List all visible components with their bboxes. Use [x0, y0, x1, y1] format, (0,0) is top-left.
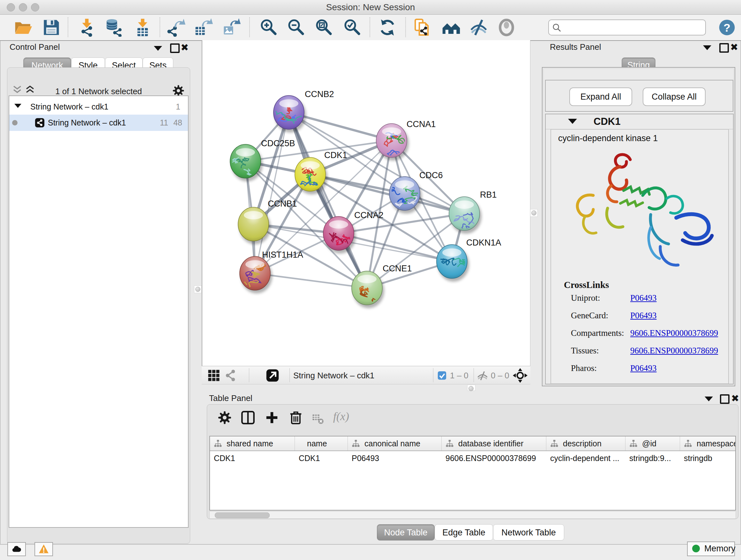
- current-network-name: String Network – cdk1: [293, 371, 374, 381]
- network-edge[interactable]: [310, 174, 464, 213]
- crosslink-value-link[interactable]: 9606.ENSP00000378699: [630, 346, 718, 356]
- table-panel-maximize-icon[interactable]: [720, 394, 730, 404]
- zoom-fit-icon[interactable]: [314, 18, 333, 37]
- new-network-from-selection-icon[interactable]: [413, 18, 431, 37]
- collection-expander-icon[interactable]: [14, 104, 21, 108]
- show-all-eye-icon[interactable]: [497, 18, 516, 37]
- hide-selected-eye-icon[interactable]: [469, 18, 488, 37]
- app-window: Session: New Session: [0, 0, 741, 560]
- horizontal-splitter-handle[interactable]: [467, 385, 475, 391]
- table-cell[interactable]: stringdb:9...: [625, 451, 680, 465]
- control-panel-maximize-icon[interactable]: [170, 44, 180, 53]
- table-cell[interactable]: stringdb: [680, 451, 736, 465]
- save-session-icon[interactable]: [42, 18, 61, 37]
- gene-collapse-icon[interactable]: [568, 119, 577, 124]
- network-node-ccne1[interactable]: [352, 271, 384, 308]
- toolbar-separator: [405, 17, 406, 37]
- crosslink-value-link[interactable]: 9606.ENSP00000378699: [630, 328, 718, 338]
- toolbar-separator: [369, 17, 370, 37]
- column-header[interactable]: namespace: [680, 436, 736, 450]
- results-panel-close-icon[interactable]: ✖: [730, 43, 738, 52]
- refresh-view-icon[interactable]: [378, 18, 397, 37]
- network-node-ccnb2[interactable]: [272, 96, 306, 132]
- open-session-icon[interactable]: [14, 18, 32, 37]
- results-panel-maximize-icon[interactable]: [719, 43, 729, 53]
- collapse-all-button[interactable]: Collapse All: [643, 87, 705, 106]
- network-graph[interactable]: CCNB2CCNA1CDC25BCDK1CDC6RB1CCNB1CCNA2CDK…: [202, 40, 530, 365]
- column-header[interactable]: description: [546, 436, 625, 450]
- column-header[interactable]: @id: [625, 436, 680, 450]
- edge-count: 48: [173, 118, 182, 127]
- table-panel-float-icon[interactable]: [704, 396, 713, 401]
- network-collection-row[interactable]: String Network – cdk1 1: [9, 99, 188, 115]
- crosslink-value-link[interactable]: P06493: [630, 363, 657, 373]
- network-node-rb1[interactable]: [449, 197, 487, 234]
- scrollbar-thumb[interactable]: [215, 512, 270, 518]
- network-node-cdkn1a[interactable]: [436, 245, 469, 282]
- cloud-button[interactable]: [7, 542, 26, 556]
- share-view-icon[interactable]: [224, 369, 237, 382]
- table-cell[interactable]: CDK1: [210, 451, 295, 465]
- table-panel: Table Panel ✖ f(x) shared namenamecanoni…: [203, 391, 741, 545]
- network-canvas[interactable]: CCNB2CCNA1CDC25BCDK1CDC6RB1CCNB1CCNA2CDK…: [202, 40, 530, 366]
- network-list-panel: 1 of 1 Network selected String Network –…: [7, 67, 190, 544]
- export-image-icon[interactable]: [222, 18, 241, 37]
- column-header[interactable]: shared name: [210, 436, 295, 450]
- network-node-cdk1[interactable]: [295, 158, 327, 194]
- table-panel-close-icon[interactable]: ✖: [731, 394, 739, 403]
- right-splitter-handle[interactable]: [530, 209, 538, 217]
- network-row-selected[interactable]: String Network – cdk1 11 48: [9, 115, 188, 131]
- table-container: f(x) shared namenamecanonical namedataba…: [207, 404, 738, 519]
- import-network-database-icon[interactable]: [105, 18, 123, 37]
- table-cell[interactable]: cyclin-dependent ...: [546, 451, 625, 465]
- selected-checkbox-icon[interactable]: [437, 371, 447, 380]
- open-in-window-icon[interactable]: [266, 368, 280, 382]
- table-settings-gear-icon[interactable]: [217, 410, 232, 425]
- crosslink-value-link[interactable]: P06493: [630, 311, 657, 320]
- table-horizontal-scrollbar[interactable]: [209, 511, 736, 519]
- table-cell[interactable]: P06493: [348, 451, 442, 465]
- export-network-icon[interactable]: [167, 18, 185, 37]
- column-header[interactable]: canonical name: [348, 436, 442, 450]
- delete-table-icon: [312, 412, 324, 424]
- node-table[interactable]: shared namenamecanonical namedatabase id…: [209, 436, 736, 510]
- zoom-selected-icon[interactable]: [343, 18, 361, 37]
- svg-text:?: ?: [724, 21, 731, 34]
- control-panel-float-icon[interactable]: [154, 46, 162, 51]
- control-panel-close-icon[interactable]: ✖: [181, 43, 189, 52]
- tab-network-table[interactable]: Network Table: [493, 524, 564, 541]
- network-node-ccna1[interactable]: [376, 124, 409, 161]
- search-input[interactable]: [548, 19, 706, 36]
- fit-crosshair-icon[interactable]: [513, 368, 528, 383]
- column-header[interactable]: name: [295, 436, 348, 450]
- network-node-cdc25b[interactable]: [230, 144, 263, 181]
- import-network-file-icon[interactable]: [77, 18, 96, 37]
- grid-view-icon[interactable]: [207, 369, 220, 382]
- import-table-icon[interactable]: [133, 18, 152, 37]
- network-node-cdc6[interactable]: [388, 177, 423, 213]
- first-neighbors-icon[interactable]: [442, 18, 461, 37]
- table-row[interactable]: CDK1CDK1P064939606.ENSP00000378699cyclin…: [210, 451, 735, 465]
- warning-button[interactable]: [35, 542, 53, 556]
- node-label: RB1: [480, 190, 497, 199]
- table-cell[interactable]: CDK1: [295, 451, 348, 465]
- show-columns-icon[interactable]: [241, 410, 255, 425]
- delete-column-trash-icon[interactable]: [288, 410, 303, 425]
- expand-all-button[interactable]: Expand All: [569, 87, 632, 106]
- export-table-icon[interactable]: [194, 18, 213, 37]
- table-cell[interactable]: 9606.ENSP00000378699: [442, 451, 546, 465]
- memory-button[interactable]: Memory: [687, 542, 735, 556]
- zoom-out-icon[interactable]: [286, 18, 305, 37]
- tab-node-table[interactable]: Node Table: [377, 524, 434, 541]
- left-splitter-handle[interactable]: [194, 286, 202, 293]
- zoom-in-icon[interactable]: [259, 18, 278, 37]
- column-header-label: name: [307, 439, 327, 448]
- results-panel-float-icon[interactable]: [703, 45, 711, 50]
- crosslink-value-link[interactable]: P06493: [630, 293, 657, 303]
- help-icon[interactable]: ?: [719, 19, 735, 36]
- tab-edge-table[interactable]: Edge Table: [434, 524, 493, 541]
- network-edge[interactable]: [255, 112, 289, 273]
- add-column-icon[interactable]: [265, 410, 279, 425]
- column-header[interactable]: database identifier: [442, 436, 546, 450]
- gene-section-header[interactable]: CDK1: [546, 114, 733, 129]
